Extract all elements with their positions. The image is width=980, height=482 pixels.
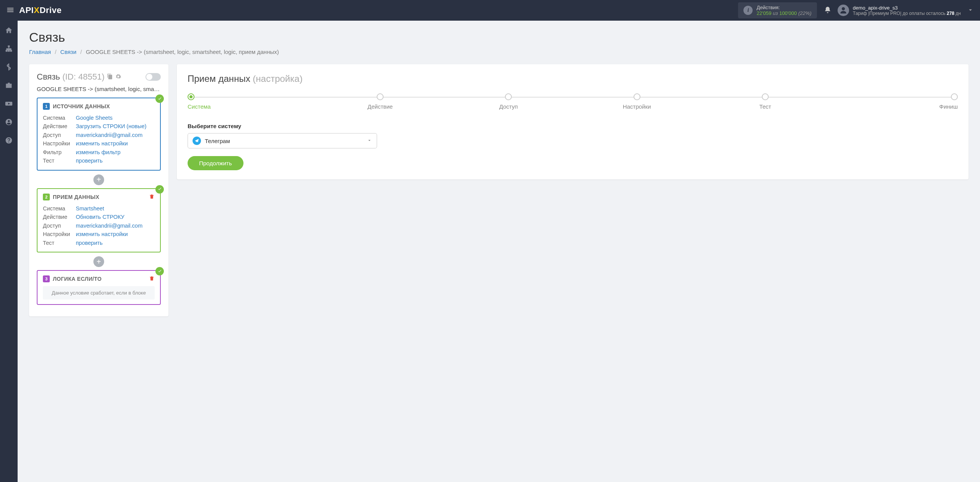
trash-icon: [149, 275, 155, 281]
chevron-down-icon: [367, 138, 372, 144]
sidebar-item-account[interactable]: [3, 116, 15, 128]
step-action[interactable]: Действие: [316, 93, 444, 110]
dest-action-link[interactable]: Обновить СТРОКУ: [76, 213, 124, 221]
sitemap-icon: [5, 45, 13, 52]
dollar-icon: [5, 63, 13, 71]
sidebar-item-help[interactable]: [3, 135, 15, 146]
source-access-link[interactable]: maverickandrii@gmail.com: [76, 131, 142, 139]
avatar: [838, 5, 849, 16]
logo-text-suffix: Drive: [39, 5, 62, 15]
continue-button[interactable]: Продолжить: [188, 156, 243, 170]
step-access[interactable]: Доступ: [444, 93, 573, 110]
dest-system-link[interactable]: Smartsheet: [76, 204, 104, 213]
step-system[interactable]: Система: [188, 93, 316, 110]
home-icon: [5, 26, 13, 34]
logic-block: 3 ЛОГИКА ЕСЛИ/ТО Данное условие сработае…: [37, 270, 161, 305]
chevron-down-icon: [967, 7, 974, 13]
block-title: ИСТОЧНИК ДАННЫХ: [53, 103, 110, 109]
info-icon: i: [743, 6, 753, 15]
gear-icon: [115, 73, 121, 80]
app-header: APIXDrive i Действия: 22'059 из 100'000 …: [0, 0, 980, 21]
actions-value: 22'059 из 100'000 (22%): [756, 10, 811, 16]
connection-title: Связь (ID: 48551): [37, 72, 105, 82]
sidebar-item-home[interactable]: [3, 24, 15, 36]
source-system-link[interactable]: Google Sheets: [76, 114, 113, 122]
menu-button[interactable]: [6, 6, 15, 15]
system-select[interactable]: Телеграм: [188, 133, 377, 148]
logo: APIXDrive: [19, 5, 62, 15]
sidebar-item-video[interactable]: [3, 98, 15, 109]
user-menu[interactable]: demo_apix-drive_s3 Тариф |Премиум PRO| д…: [838, 5, 961, 16]
dest-settings-link[interactable]: изменить настройки: [76, 230, 128, 238]
hamburger-icon: [6, 6, 15, 14]
source-action-link[interactable]: Загрузить СТРОКИ (новые): [76, 122, 147, 130]
user-name: demo_apix-drive_s3: [853, 5, 961, 11]
stepper: Система Действие Доступ Настройки Тест Ф…: [188, 93, 958, 110]
notifications-button[interactable]: [824, 6, 831, 15]
sidebar-item-work[interactable]: [3, 80, 15, 91]
add-block-button[interactable]: +: [93, 174, 104, 185]
bell-icon: [824, 6, 831, 14]
page-title: Связь: [29, 30, 969, 45]
actions-counter[interactable]: i Действия: 22'059 из 100'000 (22%): [738, 2, 817, 18]
logo-x: X: [34, 5, 39, 15]
actions-label: Действия:: [756, 5, 811, 10]
check-icon: [157, 269, 162, 274]
main-content: Связь Главная / Связи / GOOGLE SHEETS ->…: [18, 21, 980, 482]
check-icon: [157, 187, 162, 192]
destination-block: 2 ПРИЕМ ДАННЫХ СистемаSmartsheet Действи…: [37, 188, 161, 252]
connection-subtitle: GOOGLE SHEETS -> (smartsheet, logic, sma…: [37, 86, 161, 92]
step-test[interactable]: Тест: [701, 93, 829, 110]
breadcrumb: Главная / Связи / GOOGLE SHEETS -> (smar…: [29, 49, 969, 55]
help-icon: [5, 137, 13, 144]
block-number: 1: [43, 103, 50, 110]
block-title: ЛОГИКА ЕСЛИ/ТО: [53, 276, 101, 282]
sidebar-item-connections[interactable]: [3, 43, 15, 54]
dest-test-link[interactable]: проверить: [76, 239, 103, 247]
user-icon: [840, 7, 847, 14]
youtube-icon: [5, 100, 13, 107]
trash-icon: [149, 194, 155, 199]
select-value: Телеграм: [205, 138, 367, 144]
dest-access-link[interactable]: maverickandrii@gmail.com: [76, 221, 142, 230]
source-test-link[interactable]: проверить: [76, 156, 103, 165]
breadcrumb-current: GOOGLE SHEETS -> (smartsheet, logic, sma…: [86, 49, 279, 55]
connection-panel: Связь (ID: 48551) GOOGLE SHEETS -> (smar…: [29, 64, 168, 316]
sidebar-item-billing[interactable]: [3, 61, 15, 73]
select-system-label: Выберите систему: [188, 123, 958, 129]
step-settings[interactable]: Настройки: [573, 93, 701, 110]
source-settings-link[interactable]: изменить настройки: [76, 139, 128, 148]
logo-text-prefix: API: [19, 5, 34, 15]
briefcase-icon: [5, 81, 13, 89]
check-badge: [155, 185, 164, 194]
breadcrumb-home[interactable]: Главная: [29, 49, 51, 55]
user-circle-icon: [5, 118, 13, 126]
tariff-info: Тариф |Премиум PRO| до оплаты осталось 2…: [853, 11, 961, 16]
delete-block-button[interactable]: [149, 275, 155, 282]
enable-toggle[interactable]: [145, 73, 161, 81]
block-number: 2: [43, 194, 50, 200]
telegram-icon: [193, 137, 201, 145]
copy-button[interactable]: [107, 73, 113, 81]
sidebar: [0, 21, 18, 482]
source-filter-link[interactable]: изменить фильтр: [76, 148, 121, 156]
add-block-button[interactable]: +: [93, 256, 104, 267]
block-title: ПРИЕМ ДАННЫХ: [53, 194, 99, 200]
check-badge: [155, 267, 164, 275]
source-block: 1 ИСТОЧНИК ДАННЫХ СистемаGoogle Sheets Д…: [37, 98, 161, 171]
config-title: Прием данных (настройка): [188, 73, 958, 84]
config-panel: Прием данных (настройка) Система Действи…: [177, 64, 969, 179]
delete-block-button[interactable]: [149, 194, 155, 200]
copy-icon: [107, 73, 113, 80]
block-number: 3: [43, 275, 50, 282]
settings-button[interactable]: [115, 73, 121, 81]
step-finish[interactable]: Финиш: [830, 93, 958, 110]
logic-note: Данное условие сработает, если в блоке: [43, 286, 155, 300]
check-icon: [157, 96, 162, 101]
check-badge: [155, 94, 164, 103]
breadcrumb-links[interactable]: Связи: [60, 49, 77, 55]
user-dropdown-toggle[interactable]: [967, 7, 974, 15]
